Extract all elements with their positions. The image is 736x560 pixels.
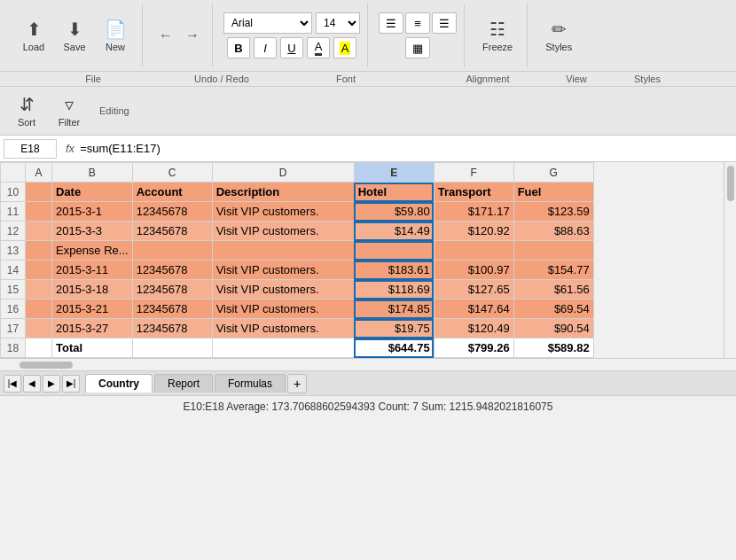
align-right-button[interactable]: ☰ xyxy=(432,12,457,34)
cell[interactable] xyxy=(26,319,52,338)
align-left-button[interactable]: ☰ xyxy=(379,12,403,34)
cell[interactable] xyxy=(26,183,52,202)
cell[interactable]: $799.26 xyxy=(434,338,513,358)
cell[interactable]: Description xyxy=(212,183,354,202)
cell[interactable]: $88.63 xyxy=(513,222,593,241)
cell[interactable] xyxy=(26,280,52,299)
tab-last-button[interactable]: ▶| xyxy=(62,375,80,393)
underline-button[interactable]: U xyxy=(280,37,303,58)
cell[interactable]: Visit VIP customers. xyxy=(212,319,354,338)
col-header-g[interactable]: G xyxy=(513,163,593,183)
cell[interactable] xyxy=(434,241,513,261)
cell-reference[interactable]: E18 xyxy=(4,139,57,159)
cell[interactable]: $61.56 xyxy=(513,280,593,299)
cell[interactable]: 2015-3-1 xyxy=(52,202,133,222)
cell[interactable] xyxy=(354,241,434,261)
bold-button[interactable]: B xyxy=(227,37,250,58)
col-header-e[interactable]: E xyxy=(354,163,434,183)
tab-first-button[interactable]: |◀ xyxy=(4,375,21,393)
col-header-b[interactable]: B xyxy=(52,163,133,183)
cell[interactable] xyxy=(26,299,52,319)
cell[interactable]: $127.65 xyxy=(434,280,513,299)
font-size-select[interactable]: 14 xyxy=(316,12,360,34)
cell[interactable]: Visit VIP customers. xyxy=(212,222,354,241)
cell[interactable]: 12345678 xyxy=(132,222,212,241)
cell[interactable]: Hotel xyxy=(354,183,434,202)
cell[interactable]: 12345678 xyxy=(132,280,212,299)
cell[interactable]: $589.82 xyxy=(513,338,593,358)
highlight-button[interactable]: A xyxy=(333,37,356,58)
cell[interactable]: $118.69 xyxy=(354,280,434,299)
cell[interactable]: Total xyxy=(52,338,133,358)
merge-button[interactable]: ▦ xyxy=(405,37,430,58)
cell[interactable]: $120.92 xyxy=(434,222,513,241)
cell[interactable]: Visit VIP customers. xyxy=(212,299,354,319)
font-family-select[interactable]: Arial xyxy=(223,12,312,34)
cell[interactable]: $183.61 xyxy=(354,261,434,280)
cell[interactable]: 2015-3-11 xyxy=(52,261,133,280)
tab-next-button[interactable]: ▶ xyxy=(43,375,60,393)
cell[interactable]: 2015-3-3 xyxy=(52,222,133,241)
cell[interactable] xyxy=(26,222,52,241)
col-header-c[interactable]: C xyxy=(132,163,212,183)
cell[interactable]: Date xyxy=(52,183,133,202)
cell[interactable]: Visit VIP customers. xyxy=(212,280,354,299)
new-button[interactable]: 📄 New xyxy=(96,15,135,56)
cell[interactable] xyxy=(132,241,212,261)
cell[interactable] xyxy=(212,338,354,358)
col-header-a[interactable]: A xyxy=(26,163,52,183)
cell[interactable]: 12345678 xyxy=(132,299,212,319)
tab-prev-button[interactable]: ◀ xyxy=(23,375,41,393)
cell[interactable]: Transport xyxy=(434,183,513,202)
col-header-d[interactable]: D xyxy=(212,163,354,183)
tab-formulas[interactable]: Formulas xyxy=(215,374,286,393)
cell[interactable]: $90.54 xyxy=(513,319,593,338)
cell[interactable]: $644.75 xyxy=(354,338,434,358)
cell[interactable] xyxy=(26,202,52,222)
cell[interactable]: 2015-3-18 xyxy=(52,280,133,299)
filter-button[interactable]: ▿ Filter xyxy=(50,90,89,131)
cell[interactable]: $174.85 xyxy=(354,299,434,319)
undo-button[interactable]: ← xyxy=(153,23,178,48)
cell[interactable]: Fuel xyxy=(513,183,593,202)
formula-input[interactable] xyxy=(80,142,732,155)
tab-add-button[interactable]: + xyxy=(287,374,307,393)
cell[interactable]: $69.54 xyxy=(513,299,593,319)
cell[interactable]: 2015-3-27 xyxy=(52,319,133,338)
cell[interactable] xyxy=(26,241,52,261)
cell[interactable]: $147.64 xyxy=(434,299,513,319)
styles-button[interactable]: ✏ Styles xyxy=(538,15,579,56)
cell[interactable] xyxy=(26,261,52,280)
vertical-scrollbar[interactable] xyxy=(724,162,736,358)
tab-country[interactable]: Country xyxy=(85,374,153,393)
load-button[interactable]: ⬆ Load xyxy=(14,15,53,56)
cell[interactable]: $19.75 xyxy=(354,319,434,338)
cell[interactable] xyxy=(212,241,354,261)
align-center-button[interactable]: ≡ xyxy=(405,12,430,34)
cell[interactable]: $120.49 xyxy=(434,319,513,338)
tab-report[interactable]: Report xyxy=(154,374,213,393)
sort-button[interactable]: ⇵ Sort xyxy=(7,90,46,131)
cell[interactable]: Expense Re... xyxy=(52,241,133,261)
italic-button[interactable]: I xyxy=(254,37,277,58)
cell[interactable]: 12345678 xyxy=(132,261,212,280)
col-header-f[interactable]: F xyxy=(434,163,513,183)
freeze-button[interactable]: ☷ Freeze xyxy=(475,15,520,56)
cell[interactable]: Visit VIP customers. xyxy=(212,202,354,222)
cell[interactable]: 2015-3-21 xyxy=(52,299,133,319)
cell[interactable]: $59.80 xyxy=(354,202,434,222)
cell[interactable] xyxy=(513,241,593,261)
cell[interactable]: $123.59 xyxy=(513,202,593,222)
save-button[interactable]: ⬇ Save xyxy=(55,15,94,56)
cell[interactable]: Visit VIP customers. xyxy=(212,261,354,280)
cell[interactable]: Account xyxy=(132,183,212,202)
cell[interactable]: 12345678 xyxy=(132,202,212,222)
cell[interactable]: $14.49 xyxy=(354,222,434,241)
cell[interactable] xyxy=(26,338,52,358)
cell[interactable] xyxy=(132,338,212,358)
cell[interactable]: $100.97 xyxy=(434,261,513,280)
cell[interactable]: 12345678 xyxy=(132,319,212,338)
cell[interactable]: $154.77 xyxy=(513,261,593,280)
redo-button[interactable]: → xyxy=(180,23,205,48)
font-color-button[interactable]: A xyxy=(307,37,330,58)
